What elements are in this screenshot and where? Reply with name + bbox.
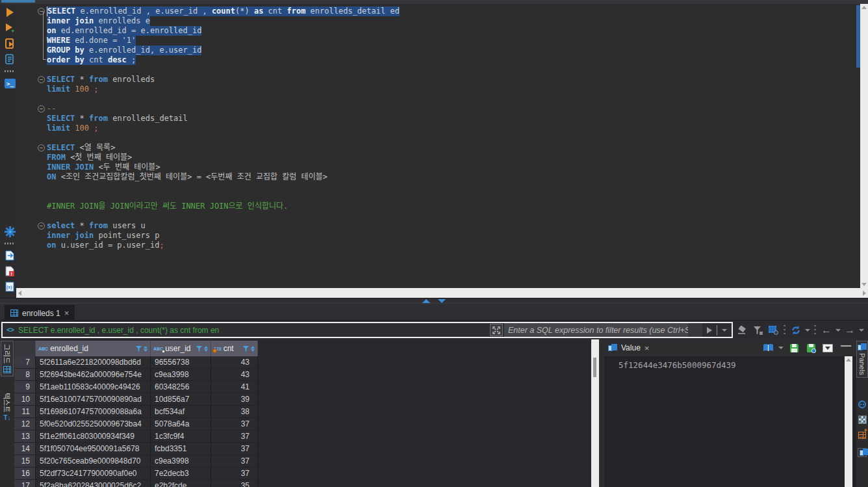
row-number[interactable]: 15	[14, 455, 36, 467]
minimize-panel-icon[interactable]: —	[841, 340, 851, 352]
fold-collapse-icon[interactable]: −	[38, 144, 45, 151]
sql-console-icon[interactable]: >_	[3, 76, 17, 90]
editor-results-splitter[interactable]	[0, 298, 868, 303]
editor-line[interactable]: GROUP by e.enrolled_id, e.user_id	[19, 46, 856, 55]
save-value-as-icon[interactable]	[804, 341, 817, 354]
dictionary-icon[interactable]	[761, 341, 774, 354]
grouping-panel-icon[interactable]	[858, 384, 867, 393]
execute-statement-icon[interactable]	[3, 5, 17, 20]
cell-enrolled-id[interactable]: 5f1698610747570009088a6a	[36, 406, 151, 418]
cell-user-id[interactable]: c9ea3998	[151, 369, 211, 381]
expand-filter-icon[interactable]	[490, 324, 503, 336]
cell-enrolled-id[interactable]: 5f2611a6e2218200098dbd6d	[36, 356, 151, 369]
value-content[interactable]: 5f12644e3476b5000967d439	[604, 356, 845, 487]
next-menu-icon[interactable]	[859, 329, 864, 332]
editor-line[interactable]: INNER JOIN <두 번째 테이블>	[19, 163, 856, 172]
cell-user-id[interactable]: 5078a64a	[151, 418, 211, 430]
column-header-cnt[interactable]: 123 cnt	[211, 341, 258, 356]
cell-cnt[interactable]: 37	[211, 418, 258, 430]
column-header-user-id[interactable]: ABC user_id	[151, 341, 211, 356]
editor-line[interactable]: −SELECT <열 목록>	[19, 143, 856, 153]
editor-line[interactable]: SELECT * from enrolleds_detail	[19, 114, 856, 124]
editor-line[interactable]: on ed.enrolled_id = e.enrolled_id	[19, 26, 856, 36]
row-number[interactable]: 8	[14, 369, 36, 381]
editor-line[interactable]: limit 100 ;	[19, 124, 856, 133]
refresh-menu-icon[interactable]	[805, 329, 810, 332]
fetch-next-icon[interactable]: →	[843, 324, 856, 337]
grid-settings-icon[interactable]	[767, 324, 780, 337]
value-panel-toggle-icon[interactable]	[858, 448, 867, 457]
editor-line[interactable]	[19, 65, 856, 75]
cell-user-id[interactable]: e2b2fcde	[151, 480, 211, 487]
row-number[interactable]: 14	[14, 443, 36, 455]
aggregate-panel-icon[interactable]	[858, 431, 867, 440]
scroll-right-icon[interactable]	[863, 291, 866, 296]
row-number[interactable]: 9	[14, 381, 36, 393]
filter-input[interactable]: <> SELECT e.enrolled_id , e.user_id , co…	[1, 322, 733, 338]
cell-user-id[interactable]: fcbd3351	[151, 443, 211, 455]
editor-line[interactable]: #INNER JOIN을 JOIN이라고만 써도 INNER JOIN으로 인식…	[19, 202, 856, 211]
editor-line[interactable]: FROM <첫 번째 테이블>	[19, 153, 856, 163]
editor-line[interactable]: −SELECT * from enrolleds	[19, 75, 856, 85]
erase-filter-icon[interactable]	[735, 324, 748, 337]
cell-user-id[interactable]: 7e2decb3	[151, 467, 211, 480]
editor-line[interactable]: ON <조인 조건교집합칼럼_첫번째 테이블> = <두번째 조건 교집합 칼럼…	[19, 172, 856, 182]
fetch-previous-icon[interactable]: ←	[820, 324, 833, 337]
row-number[interactable]: 12	[14, 418, 36, 430]
editor-line[interactable]	[19, 94, 856, 104]
scroll-left-icon[interactable]	[18, 291, 21, 296]
cell-cnt[interactable]: 41	[211, 381, 258, 393]
execute-script-icon[interactable]	[3, 36, 17, 51]
cell-user-id[interactable]: 10d856a7	[151, 393, 211, 406]
cell-enrolled-id[interactable]: 5f2df73c24177900090af0e0	[36, 467, 151, 480]
editor-line[interactable]: limit 100 ;	[19, 85, 856, 94]
apply-value-icon[interactable]	[821, 341, 834, 354]
scroll-up-icon[interactable]	[846, 358, 851, 362]
scroll-down-icon[interactable]	[862, 283, 867, 286]
cell-enrolled-id[interactable]: 5f20c765ceab9e0009848d70	[36, 455, 151, 467]
calc-panel-icon[interactable]	[858, 400, 867, 409]
cell-enrolled-id[interactable]: 5f16e31007475700090890ad	[36, 393, 151, 406]
filters-menu-icon[interactable]	[751, 324, 764, 337]
cell-enrolled-id[interactable]: 5f1e2ff061c803000934f349	[36, 430, 151, 443]
value-vertical-scrollbar[interactable]	[845, 356, 852, 487]
refresh-icon[interactable]	[789, 324, 802, 337]
scrollbar-thumb[interactable]	[593, 358, 596, 377]
settings-gear-icon[interactable]	[3, 224, 17, 239]
row-number[interactable]: 13	[14, 430, 36, 443]
sql-editor[interactable]: −SELECT e.enrolled_id , e.user_id , coun…	[19, 4, 856, 288]
cell-enrolled-id[interactable]: 5f1f050704ee9500091a5678	[36, 443, 151, 455]
cell-cnt[interactable]: 39	[211, 393, 258, 406]
minimize-results-icon[interactable]	[438, 299, 446, 303]
editor-line[interactable]: inner join point_users p	[19, 231, 856, 241]
editor-line[interactable]: order by cnt desc ;	[19, 55, 856, 65]
result-grid[interactable]: ABC enrolled_id ABC user_id 123 cnt 75f2…	[14, 339, 591, 487]
script-variables-icon[interactable]: (x)	[3, 280, 17, 294]
editor-line[interactable]: −select * from users u	[19, 221, 856, 231]
cell-enrolled-id[interactable]: 5f0e520d0255250009673ba4	[36, 418, 151, 430]
cell-cnt[interactable]: 37	[211, 443, 258, 455]
editor-line[interactable]: −SELECT e.enrolled_id , e.user_id , coun…	[19, 7, 856, 16]
apply-filter-icon[interactable]	[702, 323, 717, 337]
editor-line[interactable]: inner join enrolleds e	[19, 16, 856, 26]
editor-line[interactable]	[19, 211, 856, 221]
export-script-icon[interactable]	[3, 248, 17, 263]
cell-cnt[interactable]: 43	[211, 369, 258, 381]
editor-line[interactable]	[19, 182, 856, 192]
row-number[interactable]: 10	[14, 393, 36, 406]
cell-user-id[interactable]: bcf534af	[151, 406, 211, 418]
cell-cnt[interactable]: 35	[211, 480, 258, 487]
filter-placeholder[interactable]: Enter a SQL expression to filter results…	[504, 323, 688, 337]
editor-line[interactable]: on u.user_id = p.user_id;	[19, 241, 856, 250]
cell-user-id[interactable]: 96556738	[151, 356, 211, 369]
maximize-results-icon[interactable]	[422, 299, 430, 303]
previous-menu-icon[interactable]	[836, 329, 841, 332]
script-error-icon[interactable]: !	[3, 264, 17, 278]
editor-line[interactable]	[19, 133, 856, 143]
row-number[interactable]: 11	[14, 406, 36, 418]
editor-line[interactable]	[19, 192, 856, 202]
editor-line[interactable]: WHERE ed.done = '1'	[19, 36, 856, 46]
fold-collapse-icon[interactable]: −	[38, 76, 45, 83]
explain-plan-icon[interactable]	[3, 52, 17, 66]
grid-corner-cell[interactable]	[14, 341, 36, 356]
